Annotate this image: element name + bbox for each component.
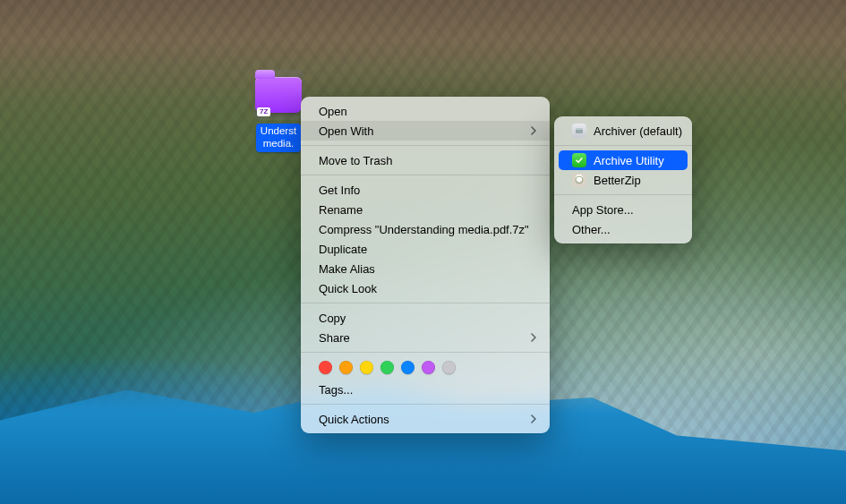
menu-item-share[interactable]: Share — [301, 328, 550, 347]
menu-item-quick-actions[interactable]: Quick Actions — [301, 409, 550, 429]
file-icon: 7Z — [253, 70, 303, 120]
menu-item-make-alias[interactable]: Make Alias — [301, 259, 550, 278]
archive-utility-icon — [572, 153, 586, 167]
menu-separator — [301, 404, 550, 405]
chevron-right-icon — [531, 126, 537, 135]
menu-separator — [301, 145, 550, 146]
menu-item-rename[interactable]: Rename — [301, 200, 550, 219]
tag-dot-green[interactable] — [380, 361, 394, 374]
menu-item-copy[interactable]: Copy — [301, 308, 550, 328]
tag-dot-yellow[interactable] — [360, 361, 373, 374]
menu-separator — [301, 352, 550, 353]
submenu-item-betterzip[interactable]: BetterZip — [554, 170, 692, 190]
tag-dot-orange[interactable] — [339, 361, 353, 374]
tag-color-row — [301, 357, 550, 380]
file-name-label: Understmedia. — [256, 124, 301, 152]
svg-rect-1 — [576, 128, 583, 130]
menu-separator — [301, 175, 550, 175]
menu-separator — [554, 145, 692, 146]
submenu-item-archiver[interactable]: Archiver (default) — [554, 121, 692, 141]
file-format-badge: 7Z — [257, 107, 270, 116]
archiver-icon — [572, 124, 586, 138]
submenu-item-archive-utility[interactable]: Archive Utility — [559, 150, 688, 170]
menu-separator — [554, 194, 692, 195]
menu-item-duplicate[interactable]: Duplicate — [301, 239, 550, 259]
tag-dot-red[interactable] — [319, 361, 332, 374]
menu-item-open-with[interactable]: Open With — [301, 121, 550, 141]
betterzip-icon — [572, 173, 586, 187]
menu-item-open[interactable]: Open — [301, 101, 550, 121]
menu-item-tags[interactable]: Tags... — [301, 380, 550, 399]
tag-dot-gray[interactable] — [442, 361, 456, 374]
menu-item-quick-look[interactable]: Quick Look — [301, 278, 550, 298]
open-with-submenu: Archiver (default) Archive Utility Bette… — [554, 116, 692, 243]
tag-dot-purple[interactable] — [422, 361, 435, 374]
svg-point-2 — [576, 176, 583, 184]
chevron-right-icon — [531, 414, 537, 423]
submenu-item-app-store[interactable]: App Store... — [554, 200, 692, 219]
submenu-item-other[interactable]: Other... — [554, 219, 692, 239]
chevron-right-icon — [531, 333, 537, 342]
menu-item-get-info[interactable]: Get Info — [301, 180, 550, 200]
tag-dot-blue[interactable] — [401, 361, 414, 374]
menu-item-move-to-trash[interactable]: Move to Trash — [301, 150, 550, 170]
menu-separator — [301, 303, 550, 303]
menu-item-compress[interactable]: Compress "Understanding media.pdf.7z" — [301, 219, 550, 239]
context-menu: Open Open With Move to Trash Get Info Re… — [301, 97, 550, 433]
